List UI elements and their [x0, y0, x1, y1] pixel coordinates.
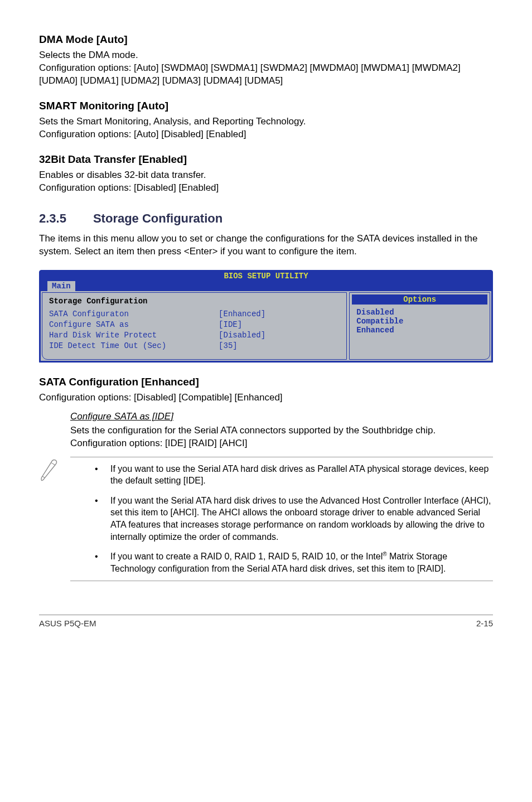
smart-text2: Configuration options: [Auto] [Disabled]…	[39, 128, 493, 141]
section-number: 2.3.5	[39, 211, 66, 226]
dma-heading: DMA Mode [Auto]	[39, 33, 493, 46]
storage-heading: 2.3.5Storage Configuration	[39, 211, 493, 226]
dma-text2: Configuration options: [Auto] [SWDMA0] […	[39, 62, 493, 88]
smart-section: SMART Monitoring [Auto] Sets the Smart M…	[39, 100, 493, 141]
note-item: • If you want to use the Serial ATA hard…	[91, 463, 493, 487]
storage-intro: The items in this menu allow you to set …	[39, 233, 493, 258]
footer-left: ASUS P5Q-EM	[39, 619, 96, 628]
bios-row: IDE Detect Time Out (Sec)[35]	[49, 341, 340, 351]
bullet-icon: •	[91, 463, 110, 487]
note-item: • If you want the Serial ATA hard disk d…	[91, 495, 493, 543]
bit32-section: 32Bit Data Transfer [Enabled] Enables or…	[39, 153, 493, 195]
bios-right-panel: Options Disabled Compatible Enhanced	[349, 292, 490, 359]
dma-mode-section: DMA Mode [Auto] Selects the DMA mode. Co…	[39, 33, 493, 88]
smart-heading: SMART Monitoring [Auto]	[39, 100, 493, 112]
footer-right: 2-15	[476, 619, 493, 628]
bios-row: SATA Configuraton[Enhanced]	[49, 309, 340, 320]
bit32-text1: Enables or disables 32-bit data transfer…	[39, 169, 493, 182]
option-item: Enhanced	[356, 326, 483, 335]
bios-screenshot: BIOS SETUP UTILITY Main Storage Configur…	[39, 270, 493, 362]
smart-text1: Sets the Smart Monitoring, Analysis, and…	[39, 115, 493, 128]
note-text: If you want the Serial ATA hard disk dri…	[110, 495, 493, 543]
sata-sub-heading: Configure SATA as [IDE]	[70, 411, 493, 422]
bit32-text2: Configuration options: [Disabled] [Enabl…	[39, 182, 493, 195]
pencil-icon	[36, 458, 65, 485]
bullet-icon: •	[91, 495, 110, 543]
option-item: Compatible	[356, 317, 483, 326]
sata-config-section: SATA Configuration [Enhanced] Configurat…	[39, 376, 493, 581]
note-text: If you want to create a RAID 0, RAID 1, …	[110, 550, 493, 575]
bios-row: Hard Disk Write Protect[Disabled]	[49, 330, 340, 341]
sata-sub-body: Sets the configuration for the Serial AT…	[70, 424, 493, 450]
note-block: • If you want to use the Serial ATA hard…	[70, 457, 493, 581]
bios-panel-title: Storage Configuration	[49, 296, 340, 307]
page-footer: ASUS P5Q-EM 2-15	[39, 615, 493, 628]
bios-header: BIOS SETUP UTILITY	[40, 270, 492, 281]
bullet-icon: •	[91, 550, 110, 575]
note-text: If you want to use the Serial ATA hard d…	[110, 463, 493, 487]
sata-text1: Configuration options: [Disabled] [Compa…	[39, 392, 493, 404]
storage-config-section: 2.3.5Storage Configuration The items in …	[39, 211, 493, 258]
option-item: Disabled	[356, 308, 483, 317]
sata-heading: SATA Configuration [Enhanced]	[39, 376, 493, 388]
options-header: Options	[352, 294, 487, 305]
note-item: • If you want to create a RAID 0, RAID 1…	[91, 550, 493, 575]
dma-text1: Selects the DMA mode.	[39, 49, 493, 62]
section-title: Storage Configuration	[93, 211, 223, 225]
bit32-heading: 32Bit Data Transfer [Enabled]	[39, 153, 493, 166]
bios-tab-main: Main	[47, 281, 75, 291]
bios-row: Configure SATA as[IDE]	[49, 320, 340, 330]
bios-left-panel: Storage Configuration SATA Configuraton[…	[42, 292, 347, 359]
